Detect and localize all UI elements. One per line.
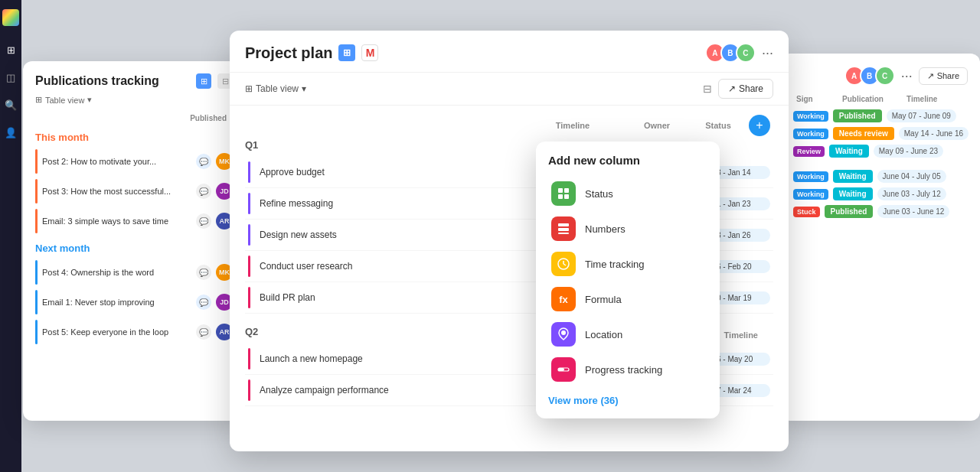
right-row-6: Working Waiting June 03 - July 12 — [793, 187, 968, 200]
table-icon-main: ⊞ — [245, 83, 253, 94]
view-more-link[interactable]: View more (36) — [548, 395, 707, 406]
q2-timeline-header: Timeline — [724, 330, 758, 340]
timeline-2: May 14 - June 16 — [899, 127, 969, 140]
share-label-main: Share — [739, 83, 763, 94]
right-row-7: Stuck Published June 03 - June 12 — [793, 205, 968, 218]
task-bar-5 — [248, 287, 250, 308]
dropdown-item-status[interactable]: Status — [548, 176, 707, 211]
table-view-text-left: Table view — [45, 96, 84, 105]
timeline-3: May 09 - June 23 — [874, 145, 943, 158]
left-view-label[interactable]: ⊞ Table view ▾ — [35, 95, 233, 105]
main-header: Project plan ⊞ M A B C ··· — [230, 31, 789, 73]
timeline-6: June 03 - July 12 — [877, 187, 946, 200]
right-row-3: Review Waiting May 09 - June 23 — [793, 145, 968, 158]
svg-rect-2 — [558, 194, 563, 199]
formula-label: Formula — [585, 294, 622, 305]
pub-waiting-3: Waiting — [829, 145, 869, 158]
table-icon-left: ⊞ — [35, 95, 42, 105]
time-label: Time tracking — [585, 259, 645, 270]
dots-menu-main[interactable]: ··· — [762, 45, 773, 61]
pub-needs-review-2: Needs review — [833, 127, 894, 140]
sidebar: ⊞ ◫ 🔍 👤 — [0, 0, 21, 472]
location-icon — [551, 322, 576, 347]
right-col-pub: Publication — [842, 95, 903, 103]
comment-icon-4: 💬 — [196, 265, 211, 280]
right-col-timeline: Timeline — [906, 95, 968, 103]
status-working-5: Working — [793, 171, 828, 182]
table-view-text-main: Table view — [256, 83, 299, 94]
task-bar-2 — [248, 193, 250, 214]
dots-menu-right[interactable]: ··· — [901, 68, 913, 84]
pub-published-1: Published — [833, 109, 882, 122]
svg-rect-4 — [558, 223, 569, 226]
svg-rect-5 — [558, 228, 569, 231]
svg-rect-6 — [558, 233, 569, 234]
svg-rect-3 — [564, 194, 569, 199]
nav-icon-home[interactable]: ⊞ — [2, 41, 19, 58]
dropdown-item-time[interactable]: Time tracking — [548, 246, 707, 282]
table-view-btn-main[interactable]: ⊞ Table view ▾ — [245, 83, 306, 94]
share-icon-right: ↗ — [927, 71, 934, 81]
pub-row-2[interactable]: Post 3: How the most successful... 💬 JD — [35, 179, 233, 203]
status-stuck-7: Stuck — [793, 207, 820, 217]
add-column-dropdown: Add new column Status Numbers — [536, 142, 720, 418]
right-row-1: Working Published May 07 - June 09 — [793, 109, 968, 122]
pub-bar-5 — [35, 290, 38, 314]
next-month-label: Next month — [35, 243, 233, 254]
avatar-3: C — [875, 66, 895, 86]
task-bar-6 — [248, 348, 250, 369]
left-card: Publications tracking ⊞ ⊟ ⊞ Table view ▾… — [23, 61, 245, 421]
col-status-header: Status — [688, 121, 749, 130]
dropdown-item-location[interactable]: Location — [548, 317, 707, 352]
numbers-icon — [551, 216, 576, 241]
pub-row-1[interactable]: Post 2: How to motivate your... 💬 MK — [35, 149, 233, 174]
pub-bar-6 — [35, 320, 38, 344]
left-card-title: Publications tracking — [35, 74, 190, 88]
pub-bar-1 — [35, 149, 38, 174]
nav-icon-person[interactable]: 👤 — [2, 124, 19, 141]
share-btn-right[interactable]: ↗ Share — [919, 67, 968, 85]
avatar-main-3: C — [736, 43, 756, 63]
status-label: Status — [585, 188, 613, 200]
header-right: A B C ··· — [705, 43, 773, 63]
add-col-btn[interactable]: + — [749, 115, 770, 136]
title-icon-red: M — [361, 44, 378, 61]
location-label: Location — [585, 329, 622, 340]
left-card-header: Publications tracking ⊞ ⊟ — [35, 73, 233, 89]
col-owner-header: Owner — [626, 121, 688, 130]
share-icon-main: ↗ — [728, 83, 736, 94]
pub-text-2: Post 3: How the most successful... — [42, 187, 191, 196]
task-bar-7 — [248, 379, 250, 401]
comment-icon-5: 💬 — [196, 295, 211, 310]
share-btn-main[interactable]: ↗ Share — [718, 79, 773, 99]
nav-icon-grid[interactable]: ◫ — [2, 69, 19, 86]
pub-row-6[interactable]: Post 5: Keep everyone in the loop 💬 AR — [35, 320, 233, 344]
nav-icon-search[interactable]: 🔍 — [2, 96, 19, 113]
comment-icon-6: 💬 — [196, 324, 211, 340]
dropdown-item-progress[interactable]: Progress tracking — [548, 352, 707, 387]
svg-rect-12 — [558, 368, 564, 371]
pub-row-3[interactable]: Email: 3 simple ways to save time 💬 AR — [35, 209, 233, 233]
status-working-2: Working — [793, 129, 828, 139]
main-toolbar: ⊞ Table view ▾ ⊟ ↗ Share — [230, 73, 789, 106]
pub-text-4: Post 4: Ownership is the word — [42, 268, 191, 277]
pub-text-5: Email 1: Never stop improving — [42, 298, 191, 307]
pub-row-5[interactable]: Email 1: Never stop improving 💬 JD — [35, 290, 233, 314]
time-icon — [551, 252, 576, 276]
title-icon-blue: ⊞ — [338, 44, 355, 61]
dropdown-item-numbers[interactable]: Numbers — [548, 211, 707, 246]
this-month-label: This month — [35, 132, 233, 143]
task-bar-3 — [248, 224, 250, 246]
filter-icon[interactable]: ⊟ — [703, 83, 712, 95]
dropdown-item-formula[interactable]: fx Formula — [548, 282, 707, 317]
task-bar-4 — [248, 256, 250, 277]
status-review-3: Review — [793, 146, 825, 157]
pub-row-4[interactable]: Post 4: Ownership is the word 💬 MK — [35, 260, 233, 285]
comment-icon-2: 💬 — [196, 184, 211, 199]
status-working-6: Working — [793, 189, 828, 200]
dropdown-title: Add new column — [548, 154, 707, 167]
avatar-group-main: A B C — [705, 43, 756, 63]
timeline-1: May 07 - June 09 — [887, 109, 956, 122]
right-col-headers: Sign Publication Timeline — [793, 95, 968, 103]
svg-point-10 — [561, 330, 566, 335]
